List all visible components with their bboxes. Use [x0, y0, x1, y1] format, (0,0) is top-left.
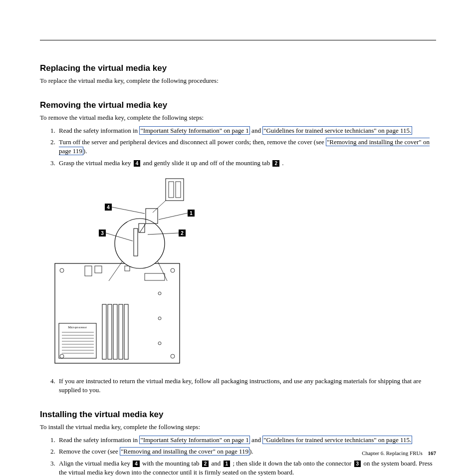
svg-line-32: [158, 261, 167, 281]
step-2: Turn off the server and peripheral devic…: [57, 138, 436, 156]
svg-rect-33: [166, 179, 184, 201]
svg-rect-11: [108, 304, 112, 359]
heading-installing: Installing the virtual media key: [40, 409, 436, 421]
heading-replacing: Replacing the virtual media key: [40, 62, 436, 74]
link-cover[interactable]: "Removing and installing the cover" on p…: [120, 447, 249, 456]
step-3: Grasp the virtual media key 4 and gently…: [57, 159, 436, 168]
svg-rect-12: [113, 304, 117, 359]
callout-4-icon: 4: [133, 461, 140, 467]
link-guidelines[interactable]: "Guidelines for trained service technici…: [262, 126, 412, 135]
svg-line-36: [153, 201, 166, 213]
link-guidelines[interactable]: "Guidelines for trained service technici…: [262, 436, 412, 444]
svg-text:2: 2: [181, 231, 184, 236]
text: and: [210, 460, 222, 467]
steps-removing-cont: If you are instructed to return the virt…: [40, 377, 436, 395]
page-footer: Chapter 6. Replacing FRUs 167: [362, 450, 436, 457]
text: .: [280, 159, 284, 167]
svg-rect-23: [95, 266, 102, 273]
callout-3-icon: 3: [354, 461, 361, 467]
svg-point-16: [171, 268, 175, 272]
svg-line-39: [112, 207, 145, 214]
text: and gently slide it up and off of the mo…: [141, 159, 271, 167]
text: Align the virtual media key: [59, 460, 132, 467]
svg-text:3: 3: [101, 231, 104, 236]
svg-line-31: [109, 261, 122, 281]
svg-text:4: 4: [107, 205, 110, 210]
microprocessor-label: Microprocessor: [68, 326, 87, 329]
svg-point-15: [60, 268, 64, 272]
chapter-label: Chapter 6. Replacing FRUs: [362, 450, 423, 456]
callout-2-icon: 2: [272, 160, 279, 167]
step-4: If you are instructed to return the virt…: [57, 377, 436, 395]
link-safety-info[interactable]: "Important Safety Information" on page 1: [139, 436, 249, 444]
text: Read the safety information in: [59, 436, 139, 444]
steps-removing: Read the safety information in "Importan…: [40, 126, 436, 168]
svg-point-17: [60, 354, 64, 358]
step-1: Read the safety information in "Importan…: [57, 436, 436, 445]
diagram-svg: Microprocessor: [50, 174, 200, 368]
svg-rect-10: [102, 304, 106, 359]
svg-point-26: [115, 219, 165, 268]
text: Turn off the server and peripheral devic…: [59, 138, 326, 146]
intro-removing: To remove the virtual media key, complet…: [40, 113, 436, 122]
svg-text:1: 1: [190, 211, 193, 216]
diagram-virtual-media-key: Microprocessor: [50, 174, 436, 371]
svg-point-21: [158, 342, 161, 345]
text: ).: [249, 448, 253, 455]
svg-rect-25: [145, 273, 165, 280]
text: Grasp the virtual media key: [59, 159, 133, 167]
svg-rect-13: [119, 304, 123, 359]
svg-rect-22: [85, 266, 92, 276]
document-page: Replacing the virtual media key To repla…: [0, 0, 476, 476]
heading-removing: Removing the virtual media key: [40, 99, 436, 111]
callout-1-icon: 1: [224, 461, 231, 467]
text: Remove the cover (see: [59, 448, 120, 455]
section-rule: [40, 40, 436, 40]
step-1: Read the safety information in "Importan…: [57, 126, 436, 135]
link-safety-info[interactable]: "Important Safety Information" on page 1: [139, 126, 249, 135]
callout-2-icon: 2: [202, 461, 209, 467]
svg-rect-24: [125, 266, 130, 271]
svg-point-18: [171, 354, 175, 358]
svg-line-42: [159, 213, 188, 220]
text: Read the safety information in: [59, 127, 139, 134]
text: and: [250, 436, 262, 444]
text: ; then slide it down the tab onto the co…: [231, 460, 353, 467]
page-number: 167: [428, 450, 437, 456]
text: ).: [83, 147, 87, 155]
text: with the mounting tab: [141, 460, 201, 467]
intro-installing: To install the virtual media key, comple…: [40, 423, 436, 432]
text: and: [250, 127, 262, 134]
svg-rect-14: [124, 304, 128, 359]
callout-4-icon: 4: [134, 160, 141, 167]
svg-point-20: [158, 317, 161, 320]
svg-point-19: [158, 292, 161, 295]
intro-replacing: To replace the virtual media key, comple…: [40, 76, 436, 85]
step-3: Align the virtual media key 4 with the m…: [57, 459, 436, 476]
